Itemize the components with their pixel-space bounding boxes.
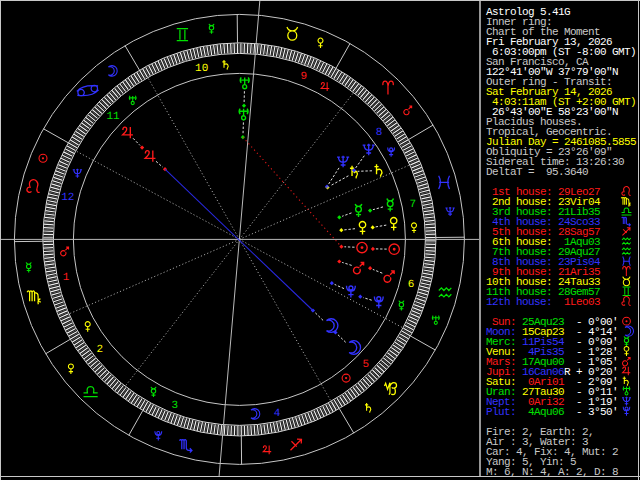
- svg-text:10: 10: [195, 63, 208, 75]
- svg-text:5: 5: [362, 359, 369, 371]
- svg-text:1: 1: [63, 272, 70, 284]
- svg-text:12: 12: [61, 192, 74, 204]
- svg-text:6: 6: [408, 279, 415, 291]
- svg-text:3: 3: [172, 400, 179, 412]
- svg-text:7: 7: [409, 199, 416, 211]
- svg-text:9: 9: [301, 71, 308, 83]
- svg-text:4: 4: [274, 408, 281, 420]
- svg-text:11: 11: [106, 111, 120, 123]
- svg-text:2: 2: [96, 344, 103, 356]
- svg-text:8: 8: [376, 127, 383, 139]
